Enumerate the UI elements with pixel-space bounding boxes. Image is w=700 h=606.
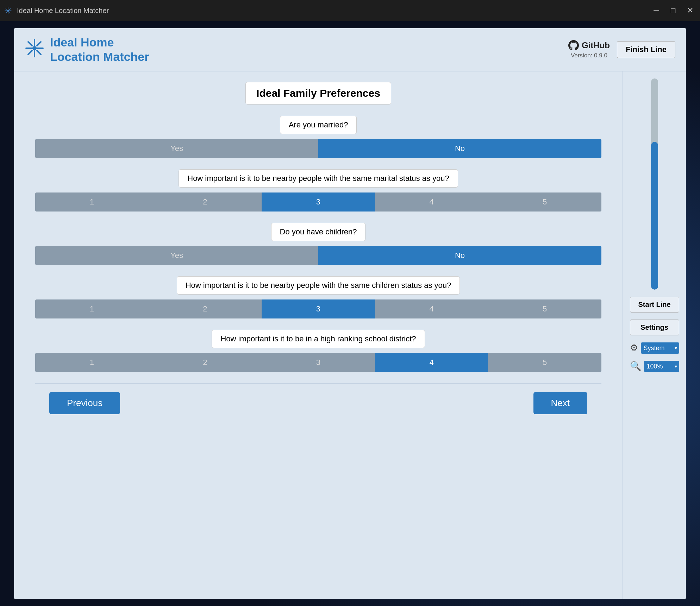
question-school-importance-label: How important is it to be in a high rank… [212, 330, 425, 348]
zoom-icon: 🔍 [630, 361, 641, 372]
version-text: Version: 0.9.0 [571, 52, 607, 59]
question-marital-importance: How important is it to be nearby people … [35, 169, 601, 212]
children-scale-2[interactable]: 2 [149, 299, 262, 318]
header-right: GitHub Version: 0.9.0 Finish Line [568, 40, 675, 59]
app-title: Ideal Home Location Matcher [50, 35, 149, 64]
svg-line-6 [37, 51, 41, 55]
married-yes-option[interactable]: Yes [35, 139, 318, 158]
question-children: Do you have children? Yes No [35, 223, 601, 265]
title-bar: ✳ Ideal Home Location Matcher ─ □ ✕ [0, 0, 700, 21]
sidebar: Start Line Settings ⚙ System Light Dark … [623, 71, 686, 599]
question-married: Are you married? Yes No [35, 116, 601, 158]
zoom-setting-row: 🔍 100% 90% 110% 125% [630, 361, 679, 372]
children-importance-scale: 1 2 3 4 5 [35, 299, 601, 318]
svg-line-5 [28, 42, 32, 46]
bottom-navigation: Previous Next [35, 383, 601, 423]
finish-line-button[interactable]: Finish Line [617, 41, 675, 58]
school-importance-scale: 1 2 3 4 5 [35, 353, 601, 372]
page-title: Ideal Family Preferences [245, 82, 391, 105]
question-marital-importance-label: How important is it to be nearby people … [179, 169, 458, 188]
children-scale-3[interactable]: 3 [262, 299, 375, 318]
school-scale-3[interactable]: 3 [262, 353, 375, 372]
marital-scale-5[interactable]: 5 [488, 192, 601, 212]
school-scale-5[interactable]: 5 [488, 353, 601, 372]
progress-fill [651, 142, 658, 290]
zoom-dropdown-wrapper: 100% 90% 110% 125% [644, 361, 679, 372]
marital-scale-3[interactable]: 3 [262, 192, 375, 212]
settings-button[interactable]: Settings [630, 320, 679, 335]
main-window: Ideal Home Location Matcher GitHub Versi… [14, 28, 686, 599]
logo-icon [25, 38, 44, 61]
question-children-label: Do you have children? [271, 223, 366, 241]
question-married-label: Are you married? [280, 116, 357, 134]
question-children-importance: How important is it to be nearby people … [35, 276, 601, 318]
svg-line-7 [37, 42, 41, 46]
marital-scale-1[interactable]: 1 [35, 192, 149, 212]
github-label: GitHub [582, 40, 610, 50]
system-icon: ⚙ [630, 342, 638, 353]
system-dropdown-wrapper: System Light Dark [641, 342, 679, 354]
children-no-option[interactable]: No [318, 246, 601, 265]
system-setting-row: ⚙ System Light Dark [630, 342, 679, 354]
app-icon: ✳ [4, 6, 14, 15]
question-school-importance: How important is it to be in a high rank… [35, 330, 601, 372]
window-controls: ─ □ ✕ [651, 5, 696, 16]
school-scale-1[interactable]: 1 [35, 353, 149, 372]
zoom-dropdown[interactable]: 100% 90% 110% 125% [644, 361, 679, 372]
system-dropdown[interactable]: System Light Dark [641, 342, 679, 354]
progress-track [651, 78, 658, 290]
app-logo: Ideal Home Location Matcher [25, 35, 149, 64]
github-link[interactable]: GitHub [568, 40, 610, 51]
married-no-option[interactable]: No [318, 139, 601, 158]
question-children-importance-label: How important is it to be nearby people … [177, 276, 460, 295]
children-scale-4[interactable]: 4 [375, 299, 488, 318]
svg-line-8 [28, 51, 32, 55]
minimize-button[interactable]: ─ [651, 5, 662, 16]
school-scale-4[interactable]: 4 [375, 353, 488, 372]
married-toggle-bar: Yes No [35, 139, 601, 158]
content-area: Ideal Family Preferences Are you married… [14, 71, 686, 599]
maximize-button[interactable]: □ [668, 5, 679, 16]
children-scale-5[interactable]: 5 [488, 299, 601, 318]
close-button[interactable]: ✕ [685, 5, 696, 16]
marital-scale-4[interactable]: 4 [375, 192, 488, 212]
marital-importance-scale: 1 2 3 4 5 [35, 192, 601, 212]
github-section: GitHub Version: 0.9.0 [568, 40, 610, 59]
marital-scale-2[interactable]: 2 [149, 192, 262, 212]
children-toggle-bar: Yes No [35, 246, 601, 265]
start-line-button[interactable]: Start Line [630, 297, 679, 313]
app-header: Ideal Home Location Matcher GitHub Versi… [14, 28, 686, 71]
children-scale-1[interactable]: 1 [35, 299, 149, 318]
school-scale-2[interactable]: 2 [149, 353, 262, 372]
title-bar-label: Ideal Home Location Matcher [17, 7, 109, 15]
form-panel: Ideal Family Preferences Are you married… [14, 71, 623, 599]
next-button[interactable]: Next [533, 392, 587, 414]
children-yes-option[interactable]: Yes [35, 246, 318, 265]
previous-button[interactable]: Previous [49, 392, 120, 414]
